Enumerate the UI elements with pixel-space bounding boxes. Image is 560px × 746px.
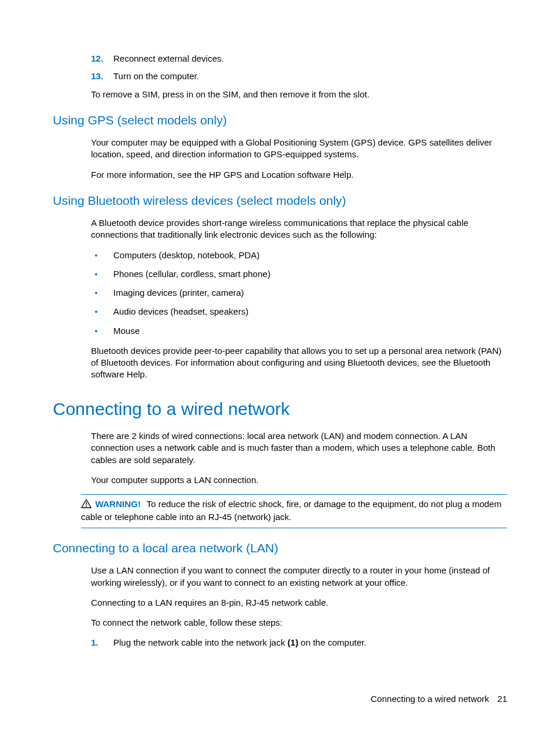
footer-page-number: 21 xyxy=(497,694,507,704)
step-13: 13. Turn on the computer. xyxy=(91,70,507,82)
warning-label: WARNING! xyxy=(95,499,141,509)
step-text: Reconnect external devices. xyxy=(113,53,507,65)
step-number: 1. xyxy=(91,637,113,649)
step-text: Turn on the computer. xyxy=(113,70,507,82)
step-number: 12. xyxy=(91,53,113,65)
sim-remove-text: To remove a SIM, press in on the SIM, an… xyxy=(91,89,507,100)
warning-box: WARNING!To reduce the risk of electric s… xyxy=(81,494,507,528)
list-item: Audio devices (headset, speakers) xyxy=(91,306,507,318)
page-content: 12. Reconnect external devices. 13. Turn… xyxy=(0,0,560,649)
step-text-post: on the computer. xyxy=(298,637,366,647)
svg-point-1 xyxy=(86,505,87,507)
page-footer: Connecting to a wired network21 xyxy=(371,693,507,705)
heading-gps: Using GPS (select models only) xyxy=(53,112,507,129)
heading-lan: Connecting to a local area network (LAN) xyxy=(53,540,507,556)
step-12: 12. Reconnect external devices. xyxy=(91,53,507,65)
lan-p3: To connect the network cable, follow the… xyxy=(91,617,507,629)
list-item: Imaging devices (printer, camera) xyxy=(91,287,507,299)
gps-section: Your computer may be equipped with a Glo… xyxy=(91,137,507,181)
footer-title: Connecting to a wired network xyxy=(371,694,490,704)
bt-bullet-list: Computers (desktop, notebook, PDA) Phone… xyxy=(91,249,507,337)
bt-p2: Bluetooth devices provide peer-to-peer c… xyxy=(91,345,507,381)
lan-step-1: 1. Plug the network cable into the netwo… xyxy=(91,637,507,649)
step-text-bold: (1) xyxy=(288,637,298,647)
bluetooth-section: A Bluetooth device provides short-range … xyxy=(91,217,507,381)
step-text: Plug the network cable into the network … xyxy=(113,637,507,649)
gps-p1: Your computer may be equipped with a Glo… xyxy=(91,137,507,161)
lan-section: Use a LAN connection if you want to conn… xyxy=(91,565,507,649)
continued-steps: 12. Reconnect external devices. 13. Turn… xyxy=(91,53,507,100)
list-item: Computers (desktop, notebook, PDA) xyxy=(91,249,507,261)
warning-icon xyxy=(81,499,92,511)
lan-p1: Use a LAN connection if you want to conn… xyxy=(91,565,507,589)
heading-bluetooth: Using Bluetooth wireless devices (select… xyxy=(53,193,507,209)
gps-p2: For more information, see the HP GPS and… xyxy=(91,169,507,181)
bt-p1: A Bluetooth device provides short-range … xyxy=(91,217,507,241)
warning-text: To reduce the risk of electric shock, fi… xyxy=(81,499,501,522)
lan-p2: Connecting to a LAN requires an 8-pin, R… xyxy=(91,597,507,609)
list-item: Mouse xyxy=(91,325,507,337)
wired-section: There are 2 kinds of wired connections: … xyxy=(91,430,507,486)
wired-p1: There are 2 kinds of wired connections: … xyxy=(91,430,507,466)
list-item: Phones (cellular, cordless, smart phone) xyxy=(91,268,507,280)
heading-wired: Connecting to a wired network xyxy=(53,397,507,421)
step-text-pre: Plug the network cable into the network … xyxy=(113,637,288,647)
step-number: 13. xyxy=(91,70,113,82)
wired-p2: Your computer supports a LAN connection. xyxy=(91,474,507,486)
